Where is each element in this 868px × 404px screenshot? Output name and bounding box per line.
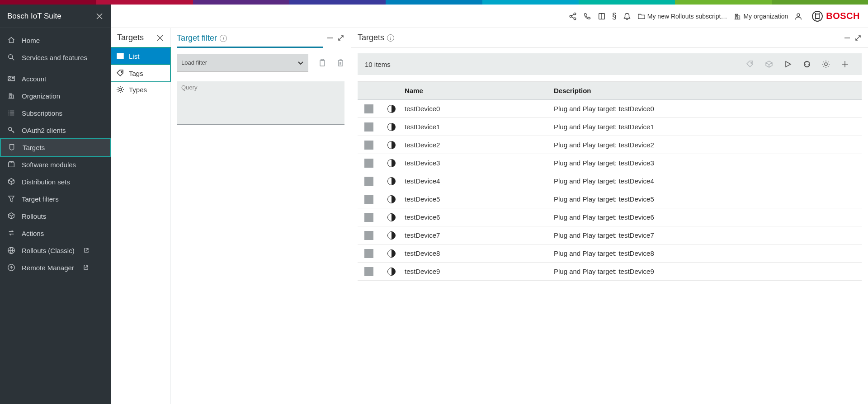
trash-icon[interactable] <box>336 59 344 67</box>
row-name: testDevice4 <box>403 177 552 185</box>
section-sign[interactable]: § <box>612 11 617 21</box>
clipboard-icon[interactable] <box>318 59 326 67</box>
table-row[interactable]: testDevice5Plug and Play target: testDev… <box>358 190 862 208</box>
sidebar-item-services-and-features[interactable]: Services and features <box>0 49 111 66</box>
row-checkbox[interactable] <box>364 122 373 132</box>
sidebar-item-label: Software modules <box>22 161 76 169</box>
table-row[interactable]: testDevice4Plug and Play target: testDev… <box>358 172 862 190</box>
close-icon[interactable] <box>156 34 164 42</box>
row-description: Plug and Play target: testDevice9 <box>552 268 862 275</box>
column-name[interactable]: Name <box>403 87 552 94</box>
bell-icon[interactable] <box>623 12 631 20</box>
status-indicator-icon <box>387 123 396 131</box>
sidebar-item-remote-manager[interactable]: Remote Manager <box>0 259 111 276</box>
bosch-anchor-icon <box>811 10 823 22</box>
svg-rect-6 <box>117 53 123 59</box>
nav-tab-label: Tags <box>129 70 143 77</box>
sidebar-item-rollouts-classic-[interactable]: Rollouts (Classic) <box>0 242 111 259</box>
row-checkbox[interactable] <box>364 141 373 150</box>
cube-icon[interactable] <box>765 60 773 68</box>
row-name: testDevice8 <box>403 249 552 257</box>
sidebar-item-label: Subscriptions <box>22 109 62 117</box>
query-input[interactable]: Query <box>177 81 344 125</box>
row-name: testDevice5 <box>403 195 552 203</box>
sidebar-item-home[interactable]: Home <box>0 32 111 49</box>
expand-icon[interactable] <box>854 34 862 42</box>
svg-rect-9 <box>320 60 325 66</box>
tag-icon[interactable] <box>746 60 754 68</box>
sidebar-item-label: Distribution sets <box>22 178 70 186</box>
load-filter-dropdown[interactable]: Load filter <box>177 54 308 71</box>
minimize-icon[interactable] <box>844 34 851 42</box>
folder-icon <box>637 12 646 20</box>
home-icon <box>7 36 15 44</box>
play-icon[interactable] <box>784 60 792 68</box>
box-icon <box>7 212 15 220</box>
sidebar-item-actions[interactable]: Actions <box>0 225 111 242</box>
expand-icon[interactable] <box>337 34 344 42</box>
table-row[interactable]: testDevice1Plug and Play target: testDev… <box>358 118 862 136</box>
row-checkbox[interactable] <box>364 177 373 186</box>
sidebar-item-targets[interactable]: Targets <box>0 138 111 157</box>
row-description: Plug and Play target: testDevice7 <box>552 231 862 239</box>
svg-point-12 <box>825 63 827 66</box>
column-description[interactable]: Description <box>552 87 862 94</box>
info-icon[interactable]: i <box>220 35 227 42</box>
minimize-icon[interactable] <box>326 34 334 42</box>
row-checkbox[interactable] <box>364 195 373 204</box>
filter-panel-title: Target filter i <box>177 30 323 48</box>
subscription-label: My new Rollouts subscript… <box>647 13 727 20</box>
row-name: testDevice7 <box>403 231 552 239</box>
refresh-icon[interactable] <box>803 60 811 68</box>
user-icon[interactable] <box>794 12 802 20</box>
table-row[interactable]: testDevice3Plug and Play target: testDev… <box>358 154 862 172</box>
gear-icon[interactable] <box>822 60 830 68</box>
sidebar-item-oauth2-clients[interactable]: OAuth2 clients <box>0 122 111 139</box>
row-checkbox[interactable] <box>364 213 373 222</box>
nav-tab-label: Types <box>129 86 147 94</box>
svg-point-1 <box>574 13 576 14</box>
nav-tab-tags[interactable]: Tags <box>111 64 171 82</box>
sidebar-item-label: Rollouts (Classic) <box>22 247 75 254</box>
svg-point-0 <box>570 15 572 17</box>
phone-icon[interactable] <box>583 12 591 20</box>
filter-icon <box>7 195 15 203</box>
row-description: Plug and Play target: testDevice5 <box>552 195 862 203</box>
row-checkbox[interactable] <box>364 159 373 168</box>
subscription-selector[interactable]: My new Rollouts subscript… <box>637 12 727 20</box>
org-selector[interactable]: My organization <box>733 12 788 20</box>
table-row[interactable]: testDevice6Plug and Play target: testDev… <box>358 208 862 226</box>
row-description: Plug and Play target: testDevice0 <box>552 105 862 113</box>
row-name: testDevice2 <box>403 141 552 149</box>
sidebar-item-rollouts[interactable]: Rollouts <box>0 207 111 225</box>
table-row[interactable]: testDevice0Plug and Play target: testDev… <box>358 100 862 118</box>
target-icon <box>8 143 16 151</box>
sidebar-item-label: Home <box>22 37 40 44</box>
table-header: Name Description <box>358 82 862 100</box>
table-row[interactable]: testDevice2Plug and Play target: testDev… <box>358 136 862 154</box>
cube-icon <box>7 178 15 186</box>
table-row[interactable]: testDevice7Plug and Play target: testDev… <box>358 226 862 244</box>
row-checkbox[interactable] <box>364 231 373 240</box>
row-checkbox[interactable] <box>364 104 373 113</box>
row-checkbox[interactable] <box>364 249 373 258</box>
sidebar-item-target-filters[interactable]: Target filters <box>0 190 111 207</box>
sidebar-item-subscriptions[interactable]: Subscriptions <box>0 104 111 122</box>
row-checkbox[interactable] <box>364 267 373 276</box>
book-icon[interactable] <box>598 12 606 20</box>
table-row[interactable]: testDevice9Plug and Play target: testDev… <box>358 263 862 281</box>
list-toolbar: 10 items <box>358 53 862 75</box>
targets-nav-panel: Targets ListTagsTypes <box>111 28 170 404</box>
nav-tab-types[interactable]: Types <box>111 81 170 98</box>
plus-icon[interactable] <box>841 60 849 68</box>
nav-tab-list[interactable]: List <box>111 47 171 65</box>
share-icon[interactable] <box>569 12 577 20</box>
close-icon[interactable] <box>95 12 104 20</box>
row-name: testDevice0 <box>403 105 552 113</box>
sidebar-item-software-modules[interactable]: Software modules <box>0 156 111 173</box>
sidebar-item-organization[interactable]: Organization <box>0 87 111 104</box>
table-row[interactable]: testDevice8Plug and Play target: testDev… <box>358 244 862 263</box>
sidebar-item-account[interactable]: Account <box>0 70 111 87</box>
sidebar-item-distribution-sets[interactable]: Distribution sets <box>0 173 111 190</box>
info-icon[interactable]: i <box>387 34 394 42</box>
